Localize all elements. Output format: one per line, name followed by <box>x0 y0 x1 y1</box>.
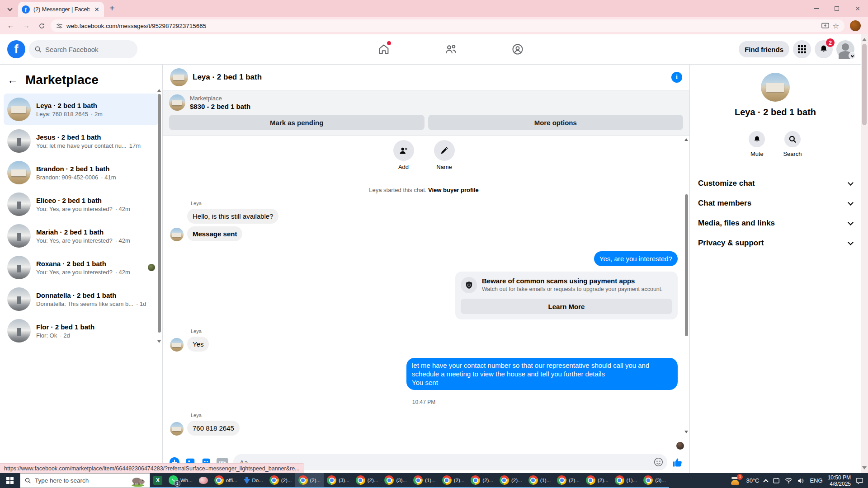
scroll-up-icon[interactable] <box>157 89 161 92</box>
volume-icon[interactable] <box>797 478 805 484</box>
page-scrollbar[interactable] <box>861 34 868 473</box>
apps-menu-button[interactable] <box>793 40 811 58</box>
view-buyer-profile-link[interactable]: View buyer profile <box>428 187 479 193</box>
scroll-up-icon[interactable] <box>684 138 688 141</box>
add-people-button[interactable]: Add <box>389 140 418 170</box>
taskbar-search-input[interactable] <box>35 477 127 484</box>
incoming-message[interactable]: Hello, is this still available? <box>187 209 278 224</box>
send-to-device-icon[interactable] <box>821 23 829 29</box>
taskbar-app-pink[interactable] <box>196 473 211 488</box>
taskbar-chrome-window[interactable]: (3)... <box>381 473 410 488</box>
emoji-button[interactable] <box>654 457 663 469</box>
taskbar-chrome-window[interactable]: (3)... <box>640 473 669 488</box>
browser-tab[interactable]: f (2) Messenger | Facebook ✕ <box>18 2 104 17</box>
wifi-icon[interactable] <box>785 478 793 483</box>
tray-expand-icon[interactable] <box>764 479 769 484</box>
conversation-row[interactable]: Brandon · 2 bed 1 bath Brandon: 909-452-… <box>4 157 159 188</box>
conversation-row[interactable]: Eliceo · 2 bed 1 bath You: Yes, are you … <box>4 188 159 220</box>
action-center-icon[interactable] <box>856 477 863 484</box>
conversation-row[interactable]: Mariah · 2 bed 1 bath You: Yes, are you … <box>4 220 159 252</box>
taskbar-chrome-window[interactable]: (2)... <box>266 473 295 488</box>
chat-title[interactable]: Leya · 2 bed 1 bath <box>193 73 667 82</box>
taskbar-chrome-window[interactable]: (1)... <box>410 473 439 488</box>
facebook-logo[interactable]: f <box>7 40 25 58</box>
listing-thumbnail[interactable] <box>169 94 185 111</box>
scroll-down-icon[interactable] <box>157 340 161 343</box>
details-section-row[interactable]: Customize chat <box>690 174 861 193</box>
bookmark-star-icon[interactable]: ☆ <box>833 22 839 30</box>
language-indicator[interactable]: ENG <box>810 477 822 484</box>
chat-avatar[interactable] <box>170 68 188 86</box>
scroll-down-icon[interactable] <box>862 466 867 469</box>
browser-refresh-icon[interactable] <box>35 19 48 32</box>
browser-profile-avatar[interactable] <box>850 20 861 31</box>
nav-groups-tab[interactable] <box>507 38 528 60</box>
mark-as-pending-button[interactable]: Mark as pending <box>169 115 425 130</box>
incoming-message[interactable]: Yes <box>187 337 209 352</box>
chat-scrollbar-thumb[interactable] <box>685 194 688 336</box>
taskbar-chrome-window[interactable]: (2)... <box>353 473 382 488</box>
window-close-button[interactable]: ✕ <box>847 0 868 17</box>
outgoing-message[interactable]: Yes, are you interested? <box>594 251 678 266</box>
start-button[interactable] <box>0 473 20 488</box>
taskbar-app-chrome-office[interactable]: offi... <box>211 473 241 488</box>
taskbar-chrome-window[interactable]: (2)... <box>439 473 468 488</box>
details-avatar[interactable] <box>761 73 790 102</box>
taskbar-chrome-window[interactable]: (2)... <box>496 473 525 488</box>
chat-scrollbar[interactable] <box>683 136 689 451</box>
details-section-row[interactable]: Privacy & support <box>690 233 861 253</box>
more-options-button[interactable]: More options <box>428 115 684 130</box>
search-in-conversation-button[interactable]: Search <box>783 131 802 157</box>
conversation-row[interactable]: Flor · 2 bed 1 bath Flor: Ok · 2d <box>4 315 159 347</box>
sidebar-scrollbar[interactable] <box>156 89 162 343</box>
back-arrow-icon[interactable]: ← <box>7 74 18 86</box>
account-avatar[interactable] <box>836 40 854 58</box>
tab-close-icon[interactable]: ✕ <box>93 6 100 13</box>
scroll-down-icon[interactable] <box>684 431 688 433</box>
conversation-row[interactable]: Leya · 2 bed 1 bath Leya: 760 818 2645 ·… <box>4 94 159 125</box>
browser-forward-icon[interactable]: → <box>20 19 33 32</box>
scroll-up-icon[interactable] <box>862 38 867 41</box>
edit-name-button[interactable]: Name <box>430 140 459 170</box>
taskbar-chrome-window[interactable]: (3)... <box>324 473 353 488</box>
new-tab-button[interactable]: + <box>109 3 115 14</box>
clock[interactable]: 10:50 PM 4/8/2025 <box>828 474 851 487</box>
site-info-icon[interactable] <box>56 23 63 29</box>
address-bar[interactable]: web.facebook.com/messages/t/952987292371… <box>51 19 844 32</box>
page-scrollbar-thumb[interactable] <box>862 44 867 125</box>
notifications-button[interactable]: 2 <box>815 40 833 58</box>
taskbar-chrome-window[interactable]: (2)... <box>467 473 496 488</box>
window-minimize-button[interactable] <box>806 0 826 17</box>
incoming-message[interactable]: Message sent <box>187 226 242 241</box>
details-section-row[interactable]: Chat members <box>690 193 861 213</box>
taskbar-chrome-window[interactable]: (1)... <box>525 473 554 488</box>
tab-search-chevron-icon[interactable] <box>4 2 16 15</box>
conversation-row[interactable]: Roxana · 2 bed 1 bath You: Yes, are you … <box>4 252 159 283</box>
taskbar-search[interactable] <box>20 473 150 488</box>
taskbar-chrome-window[interactable]: (2)... <box>295 473 324 488</box>
tablet-mode-icon[interactable] <box>773 478 780 484</box>
incoming-message[interactable]: 760 818 2645 <box>187 421 240 436</box>
sidebar-scrollbar-thumb[interactable] <box>158 94 161 333</box>
taskbar-chrome-window[interactable]: (1)... <box>612 473 641 488</box>
window-maximize-button[interactable] <box>826 0 847 17</box>
taskbar-chrome-window[interactable]: (2)... <box>583 473 612 488</box>
temperature[interactable]: 30°C <box>746 477 759 484</box>
thumbs-up-button[interactable] <box>672 457 683 468</box>
nav-home-tab[interactable] <box>373 38 395 60</box>
conversation-row[interactable]: Donnatella · 2 bed 1 bath Donnatella: Th… <box>4 283 159 315</box>
browser-back-icon[interactable]: ← <box>5 19 17 32</box>
mute-button[interactable]: Mute <box>749 131 765 157</box>
details-section-row[interactable]: Media, files and links <box>690 213 861 233</box>
taskbar-app-whatsapp[interactable]: 1 Wh... <box>165 473 196 488</box>
taskbar-chrome-window[interactable]: (2)... <box>554 473 583 488</box>
conversation-info-icon[interactable]: i <box>671 72 682 83</box>
search-input[interactable] <box>45 46 122 53</box>
taskbar-app-downloads[interactable]: Do... <box>241 473 266 488</box>
learn-more-button[interactable]: Learn More <box>461 299 672 314</box>
nav-friends-tab[interactable] <box>440 38 462 60</box>
conversation-row[interactable]: Jesus · 2 bed 1 bath You: let me have yo… <box>4 125 159 157</box>
taskbar-app-excel[interactable]: X <box>150 473 165 488</box>
weather-icon[interactable]: 1 <box>731 476 741 485</box>
facebook-search[interactable] <box>29 40 137 58</box>
